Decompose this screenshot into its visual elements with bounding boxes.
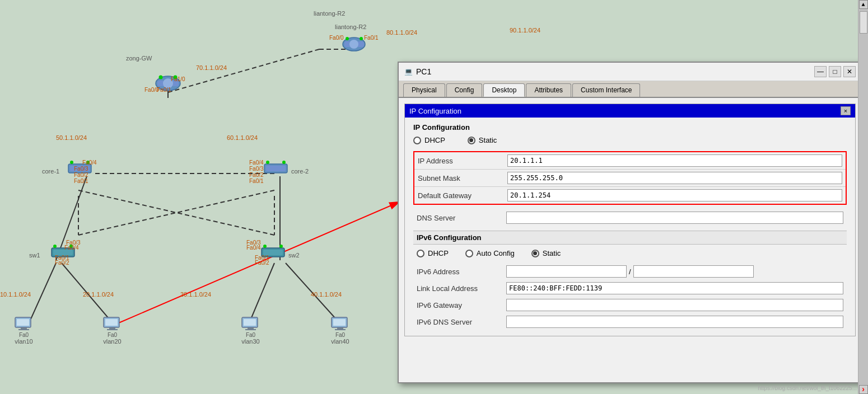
svg-point-24 bbox=[159, 76, 163, 79]
subnet-mask-label: Subnet Mask bbox=[418, 174, 507, 182]
svg-line-3 bbox=[78, 190, 274, 235]
fa04-sw1-label: Fa0/4 bbox=[64, 245, 79, 251]
ip-config-title: IP Configuration bbox=[409, 107, 461, 115]
dns-server-row: DNS Server bbox=[413, 209, 847, 226]
vlan30-pc-fa-label: Fa0 bbox=[246, 332, 255, 338]
dns-server-input[interactable] bbox=[506, 212, 843, 224]
default-gateway-row: Default Gateway bbox=[414, 187, 846, 204]
fa00-label-liantong: Fa0/0 bbox=[329, 35, 344, 41]
svg-point-20 bbox=[360, 37, 363, 40]
svg-point-18 bbox=[349, 40, 358, 49]
dhcp-radio-circle bbox=[413, 137, 421, 144]
ipv6-auto-radio[interactable]: Auto Config bbox=[465, 249, 515, 257]
pc1-tabs: Physical Config Desktop Attributes Custo… bbox=[399, 81, 861, 98]
switch-core2[interactable] bbox=[263, 160, 288, 180]
tab-custom-interface[interactable]: Custom Interface bbox=[572, 83, 640, 97]
pc-vlan40[interactable]: Fa0 vlan40 bbox=[330, 316, 350, 345]
liantong-r2-label: liantong-R2 bbox=[314, 10, 345, 17]
pc1-titlebar: 💻 PC1 — □ ✕ bbox=[399, 63, 861, 81]
ip-address-input[interactable] bbox=[507, 154, 842, 167]
ipv6-dns-input[interactable] bbox=[506, 316, 843, 328]
ip-address-label: IP Address bbox=[418, 157, 507, 165]
subnet-30: 30.1.1.0/24 bbox=[180, 291, 211, 298]
ip-address-row: IP Address bbox=[414, 152, 846, 170]
ipv6-dhcp-radio[interactable]: DHCP bbox=[417, 249, 449, 257]
ipv6-address-label: IPv6 Address bbox=[417, 268, 506, 276]
router-liantong-r2[interactable] bbox=[342, 35, 367, 57]
scroll-up-arrow[interactable]: ▲ bbox=[859, 0, 868, 9]
pc1-content: IP Configuration × IP Configuration DHCP… bbox=[399, 98, 861, 382]
pc-vlan30[interactable]: Fa0 vlan30 bbox=[241, 316, 260, 345]
fa02-sw2-label: Fa0/2 bbox=[255, 260, 269, 266]
ipv4-radio-row: DHCP Static bbox=[413, 136, 847, 144]
subnet-40: 40.1.1.0/24 bbox=[311, 291, 342, 298]
tab-config[interactable]: Config bbox=[446, 83, 483, 97]
svg-rect-47 bbox=[105, 319, 118, 326]
scroll-thumb[interactable] bbox=[860, 11, 867, 34]
subnet-70: 70.1.1.0/24 bbox=[196, 64, 227, 71]
pc-vlan20[interactable]: Fa0 vlan20 bbox=[102, 316, 122, 345]
minimize-button[interactable]: — bbox=[814, 66, 827, 77]
svg-point-41 bbox=[279, 245, 283, 248]
vlan10-pc-label: Fa0 bbox=[19, 332, 29, 338]
ipv6-slash: / bbox=[629, 268, 631, 276]
watermark: https://blog.csdn.net/wol_th_t1062225... bbox=[758, 385, 857, 391]
vlan40-pc-fa-label: Fa0 bbox=[335, 332, 345, 338]
subnet-mask-input[interactable] bbox=[507, 172, 842, 184]
ipv6-gateway-input[interactable] bbox=[506, 299, 843, 311]
tab-desktop[interactable]: Desktop bbox=[483, 83, 525, 97]
link-local-row: Link Local Address bbox=[413, 280, 847, 297]
dhcp-label: DHCP bbox=[424, 136, 445, 144]
ipv6-static-radio[interactable]: Static bbox=[531, 249, 561, 257]
pc-vlan10[interactable]: Fa0 vlan10 bbox=[14, 316, 34, 345]
ip-config-body: IP Configuration DHCP Static IP Addr bbox=[405, 118, 855, 336]
svg-rect-56 bbox=[337, 327, 343, 329]
svg-rect-49 bbox=[107, 329, 118, 330]
fa01-core2-label: Fa0/1 bbox=[249, 178, 264, 184]
subnet-80: 80.1.1.0/24 bbox=[386, 29, 417, 36]
zong-gw-label: zong-GW bbox=[126, 55, 152, 62]
maximize-button[interactable]: □ bbox=[829, 66, 841, 77]
default-gateway-input[interactable] bbox=[507, 189, 842, 201]
tab-physical[interactable]: Physical bbox=[403, 83, 445, 97]
fa10-label: Fa1/0 bbox=[171, 76, 185, 82]
fa01-core1-label: Fa0/1 bbox=[74, 178, 88, 184]
static-radio-circle bbox=[468, 137, 475, 144]
svg-rect-51 bbox=[244, 319, 256, 326]
ipv4-fields-section: IP Address Subnet Mask Default Gateway bbox=[413, 151, 847, 205]
ip-config-close-button[interactable]: × bbox=[841, 106, 851, 115]
svg-rect-31 bbox=[266, 166, 286, 171]
svg-rect-53 bbox=[245, 329, 256, 330]
vlan20-label: vlan20 bbox=[103, 338, 121, 345]
dhcp-radio[interactable]: DHCP bbox=[413, 136, 445, 144]
subnet-90: 90.1.1.0/24 bbox=[510, 27, 540, 34]
subnet-50: 50.1.1.0/24 bbox=[56, 134, 87, 141]
ipv6-gateway-label: IPv6 Gateway bbox=[417, 301, 506, 309]
ipv6-dhcp-label: DHCP bbox=[428, 249, 449, 257]
ip-config-section-title: IP Configuration bbox=[413, 123, 847, 132]
scroll-down-arrow[interactable]: › bbox=[859, 385, 868, 394]
core2-label: core-2 bbox=[291, 168, 309, 175]
fa04-label: Fa0/4 bbox=[82, 160, 97, 166]
ipv6-prefix-input[interactable] bbox=[633, 265, 754, 278]
ipv6-gateway-row: IPv6 Gateway bbox=[413, 297, 847, 313]
svg-rect-43 bbox=[17, 319, 29, 326]
subnet-mask-row: Subnet Mask bbox=[414, 170, 846, 187]
svg-point-19 bbox=[346, 37, 349, 40]
svg-rect-55 bbox=[333, 319, 346, 326]
tab-attributes[interactable]: Attributes bbox=[526, 83, 571, 97]
ipv6-address-input[interactable] bbox=[506, 265, 627, 278]
subnet-60: 60.1.1.0/24 bbox=[227, 134, 258, 141]
fa00-zong-label: Fa0/0 bbox=[144, 87, 159, 93]
fa04-core2-label: Fa0/4 bbox=[249, 160, 264, 166]
vlan10-label: vlan10 bbox=[15, 338, 32, 345]
fa03-core2-label: Fa0/3 bbox=[249, 166, 264, 172]
svg-line-12 bbox=[251, 263, 274, 319]
sw2-label: sw2 bbox=[288, 252, 300, 259]
svg-line-0 bbox=[168, 49, 319, 92]
static-radio[interactable]: Static bbox=[468, 136, 497, 144]
close-button[interactable]: ✕ bbox=[843, 66, 856, 77]
link-local-input[interactable] bbox=[506, 282, 843, 294]
svg-rect-57 bbox=[335, 329, 346, 330]
fa01-label-liantong: Fa0/1 bbox=[364, 35, 379, 41]
